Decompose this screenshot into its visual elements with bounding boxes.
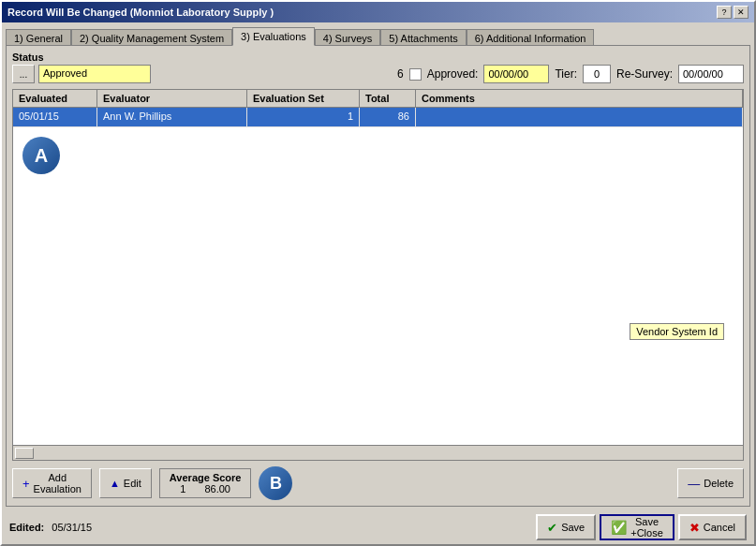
circle-letter: B (270, 474, 282, 494)
save-close-btn-label: Save +Close (630, 516, 663, 539)
approved-label: Approved: (427, 67, 479, 81)
minus-icon: — (688, 477, 700, 491)
plus-icon: + (22, 477, 30, 491)
cancel-btn-label: Cancel (704, 522, 735, 533)
tab-bar: 1) General 2) Quality Management System … (6, 26, 750, 45)
status-section-label: Status (12, 52, 744, 63)
content-area: 1) General 2) Quality Management System … (2, 22, 754, 510)
cancel-button[interactable]: ✖ Cancel (678, 514, 747, 540)
vendor-tooltip: Vendor System Id (630, 323, 724, 340)
cell-total: 86 (360, 108, 416, 126)
cell-comments (416, 108, 743, 126)
avg-score-num: 1 (180, 483, 185, 494)
cell-evaluator: Ann W. Phillips (97, 108, 247, 126)
add-evaluation-button[interactable]: + Add Evaulation (12, 468, 92, 498)
footer: Edited: 05/31/15 ✔ Save ✅ Save +Close ✖ … (2, 510, 754, 544)
circle-b-button[interactable]: B (259, 466, 292, 500)
status-field[interactable]: Approved (38, 65, 151, 83)
edit-btn-label: Edit (124, 478, 141, 489)
save-button[interactable]: ✔ Save (536, 514, 596, 540)
col-total: Total (360, 90, 416, 107)
resurvey-field[interactable]: 00/00/00 (678, 65, 744, 83)
table-row[interactable]: 05/01/15 Ann W. Phillips 1 86 (13, 108, 743, 127)
col-evaluated: Evaluated (13, 90, 97, 107)
save-close-button[interactable]: ✅ Save +Close (600, 514, 674, 540)
horizontal-scrollbar[interactable] (13, 445, 743, 460)
table-body: 05/01/15 Ann W. Phillips 1 86 A Ven (13, 108, 743, 445)
bottom-bar: + Add Evaulation ▲ Edit Average Score 1 … (12, 461, 744, 500)
status-row: ... Approved 6 Approved: 00/00/00 Tier: … (12, 65, 744, 83)
table-header: Evaluated Evaluator Evaluation Set Total… (13, 90, 743, 108)
edited-label: Edited: (9, 522, 44, 533)
avatar: A (22, 137, 60, 174)
window-title: Record Will Be Changed (Monniot Laborato… (7, 7, 274, 18)
approved-count: 6 (397, 67, 404, 81)
cell-eval-set: 1 (247, 108, 360, 126)
tier-label: Tier: (555, 67, 577, 81)
triangle-icon: ▲ (110, 478, 120, 489)
approved-checkbox[interactable] (409, 68, 422, 81)
col-eval-set: Evaluation Set (247, 90, 360, 107)
add-btn-label: Add Evaulation (34, 472, 82, 494)
edit-button[interactable]: ▲ Edit (99, 468, 152, 498)
avg-score-values: 1 86.00 (170, 483, 242, 494)
avatar-row: A (13, 127, 743, 184)
scrollbar-thumb[interactable] (15, 448, 34, 459)
approved-date-field[interactable]: 00/00/00 (483, 65, 549, 83)
scrollbar-track[interactable] (34, 448, 743, 459)
help-button[interactable]: ? (717, 6, 732, 19)
evaluations-table: Evaluated Evaluator Evaluation Set Total… (12, 89, 744, 461)
check-icon: ✔ (547, 521, 557, 535)
approved-section: 6 Approved: 00/00/00 Tier: 0 Re-Survey: … (397, 65, 744, 83)
col-comments: Comments (416, 90, 743, 107)
save-btn-label: Save (561, 522, 585, 533)
avg-score-val: 86.00 (204, 483, 230, 494)
average-score-box: Average Score 1 86.00 (159, 468, 252, 498)
main-window: Record Will Be Changed (Monniot Laborato… (0, 0, 756, 546)
tab-evaluations[interactable]: 3) Evaluations (232, 27, 315, 46)
title-bar: Record Will Be Changed (Monniot Laborato… (2, 2, 754, 22)
tab-content: Status ... Approved 6 Approved: 00/00/00… (6, 45, 750, 507)
delete-button[interactable]: — Delete (677, 468, 744, 498)
col-evaluator: Evaluator (97, 90, 247, 107)
check-circle-icon: ✅ (611, 520, 627, 535)
status-group: ... Approved (12, 65, 151, 83)
browse-button[interactable]: ... (12, 65, 35, 83)
cell-evaluated: 05/01/15 (13, 108, 97, 126)
edited-date: 05/31/15 (52, 522, 92, 533)
resurvey-label: Re-Survey: (616, 67, 673, 81)
title-bar-buttons: ? ✕ (717, 6, 749, 19)
avg-score-label: Average Score (170, 472, 242, 483)
x-icon: ✖ (689, 521, 700, 535)
close-button[interactable]: ✕ (734, 6, 749, 19)
footer-buttons: ✔ Save ✅ Save +Close ✖ Cancel (536, 514, 747, 540)
tier-field[interactable]: 0 (583, 65, 611, 83)
delete-btn-label: Delete (704, 478, 734, 489)
